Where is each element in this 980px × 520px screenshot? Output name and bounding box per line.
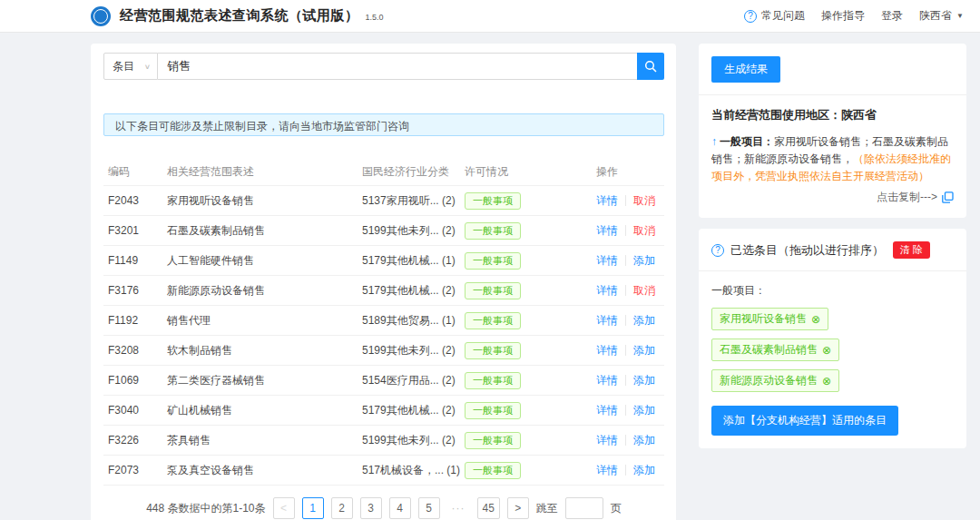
add-branch-items-button[interactable]: 添加【分支机构经营】适用的条目 (711, 406, 898, 436)
row-desc: 销售代理 (167, 313, 362, 329)
app-title: 经营范围规范表述查询系统（试用版） (120, 7, 359, 25)
row-action-link[interactable]: 取消 (633, 193, 655, 209)
action-divider (625, 435, 626, 446)
detail-link[interactable]: 详情 (596, 433, 618, 448)
row-industry: 5179其他机械... (2) (362, 403, 465, 418)
detail-link[interactable]: 详情 (596, 253, 618, 269)
clear-button[interactable]: 清 除 (893, 241, 930, 259)
detail-link[interactable]: 详情 (596, 463, 618, 478)
page-button-4[interactable]: 4 (389, 497, 411, 519)
next-page-button[interactable]: > (507, 497, 529, 519)
tag-close-icon[interactable]: ⊗ (822, 376, 831, 387)
search-button[interactable] (637, 53, 664, 80)
detail-link[interactable]: 详情 (596, 343, 618, 358)
page-button-2[interactable]: 2 (331, 497, 353, 519)
row-license: 一般事项 (465, 192, 596, 210)
row-code: F2043 (103, 194, 167, 207)
nav-faq[interactable]: ? 常见问题 (744, 8, 805, 24)
table-row: F2043 家用视听设备销售 5137家用视听... (2) 一般事项 详情 取… (103, 186, 664, 216)
results-table: 编码 相关经营范围表述 国民经济行业分类 许可情况 操作 F2043 家用视听设… (103, 159, 664, 486)
row-action-link[interactable]: 添加 (633, 343, 655, 358)
region-dropdown[interactable]: 陕西省 ▼ (919, 8, 964, 24)
page-button-3[interactable]: 3 (360, 497, 382, 519)
selected-tags: 家用视听设备销售 ⊗ 石墨及碳素制品销售 ⊗ 新能源原动设备销售 ⊗ (711, 308, 954, 392)
table-row: F3040 矿山机械销售 5179其他机械... (2) 一般事项 详情 添加 (103, 396, 664, 426)
copy-icon[interactable] (942, 191, 954, 203)
up-arrow-icon: ↑ (711, 135, 717, 148)
row-license: 一般事项 (465, 222, 596, 240)
row-desc: 软木制品销售 (167, 343, 362, 358)
col-header-action: 操作 (596, 164, 664, 180)
search-category-select[interactable]: 条目 ∨ (103, 53, 158, 80)
search-icon (644, 60, 657, 73)
row-action-link[interactable]: 添加 (633, 253, 655, 269)
row-code: F1149 (103, 254, 167, 267)
row-desc: 矿山机械销售 (167, 403, 362, 418)
row-action-link[interactable]: 添加 (633, 463, 655, 478)
page-button-1[interactable]: 1 (302, 497, 324, 519)
app-header: 经营范围规范表述查询系统（试用版） 1.5.0 ? 常见问题 操作指导 登录 陕… (0, 0, 980, 33)
row-code: F1192 (103, 314, 167, 327)
license-badge: 一般事项 (465, 402, 521, 419)
action-divider (625, 405, 626, 416)
table-row: F3226 茶具销售 5199其他未列... (2) 一般事项 详情 添加 (103, 426, 664, 456)
detail-link[interactable]: 详情 (596, 403, 618, 418)
nav-login[interactable]: 登录 (881, 8, 903, 24)
general-label: 一般项目： (720, 135, 774, 148)
copy-row: 点击复制---> (711, 190, 954, 205)
row-action-link[interactable]: 添加 (633, 313, 655, 329)
result-text: ↑一般项目：家用视听设备销售；石墨及碳素制品销售；新能源原动设备销售，（除依法须… (711, 133, 954, 185)
row-action-link[interactable]: 取消 (633, 283, 655, 299)
question-circle-icon: ? (711, 244, 724, 257)
row-action-link[interactable]: 添加 (633, 433, 655, 448)
results-card: 条目 ∨ 以下条目可能涉及禁止限制目录，请向当地市场监管部门咨询 编码 相关经营… (91, 44, 676, 520)
tag-close-icon[interactable]: ⊗ (811, 314, 820, 325)
page-button-5[interactable]: 5 (418, 497, 440, 519)
row-action-link[interactable]: 添加 (633, 373, 655, 388)
row-code: F3201 (103, 224, 167, 237)
license-badge: 一般事项 (465, 222, 521, 240)
detail-link[interactable]: 详情 (596, 223, 618, 239)
license-badge: 一般事项 (465, 432, 521, 449)
license-badge: 一般事项 (465, 372, 521, 389)
row-industry: 5199其他未列... (2) (362, 223, 465, 239)
selected-item-tag[interactable]: 新能源原动设备销售 ⊗ (711, 369, 839, 392)
row-desc: 人工智能硬件销售 (167, 253, 362, 269)
tag-close-icon[interactable]: ⊗ (822, 345, 831, 356)
row-industry: 517机械设备，... (1) (362, 463, 465, 478)
jump-page-input[interactable] (565, 497, 603, 519)
page-unit-label: 页 (611, 501, 622, 516)
search-input[interactable] (158, 53, 637, 80)
row-code: F3176 (103, 284, 167, 297)
nav-guide-label: 操作指导 (821, 8, 865, 24)
col-header-desc: 相关经营范围表述 (167, 164, 362, 180)
row-actions: 详情 添加 (596, 463, 664, 478)
pagination: 448 条数据中的第1-10条 < 12345···45 > 跳至 页 (103, 497, 664, 519)
row-desc: 石墨及碳素制品销售 (167, 223, 362, 239)
license-badge: 一般事项 (465, 342, 521, 359)
row-action-link[interactable]: 添加 (633, 403, 655, 418)
row-license: 一般事项 (465, 342, 596, 359)
right-sidebar: 生成结果 当前经营范围使用地区：陕西省 ↑一般项目：家用视听设备销售；石墨及碳素… (699, 44, 966, 448)
selected-item-tag[interactable]: 家用视听设备销售 ⊗ (711, 308, 828, 330)
page-button-45[interactable]: 45 (477, 497, 500, 519)
row-code: F2073 (103, 464, 167, 476)
nav-guide[interactable]: 操作指导 (821, 8, 865, 24)
page-content: 条目 ∨ 以下条目可能涉及禁止限制目录，请向当地市场监管部门咨询 编码 相关经营… (0, 33, 980, 520)
page-ellipsis[interactable]: ··· (447, 497, 470, 519)
generate-result-button[interactable]: 生成结果 (711, 56, 780, 83)
detail-link[interactable]: 详情 (596, 373, 618, 388)
divider (699, 270, 966, 271)
table-row: F3208 软木制品销售 5199其他未列... (2) 一般事项 详情 添加 (103, 336, 664, 366)
selected-item-tag[interactable]: 石墨及碳素制品销售 ⊗ (711, 338, 839, 361)
detail-link[interactable]: 详情 (596, 313, 618, 329)
row-actions: 详情 添加 (596, 253, 664, 269)
col-header-industry: 国民经济行业分类 (362, 164, 465, 180)
detail-link[interactable]: 详情 (596, 193, 618, 209)
detail-link[interactable]: 详情 (596, 283, 618, 299)
col-header-code: 编码 (103, 164, 167, 180)
row-action-link[interactable]: 取消 (633, 223, 655, 239)
caret-down-icon: ▼ (956, 12, 964, 20)
prev-page-button[interactable]: < (273, 497, 295, 519)
row-actions: 详情 取消 (596, 283, 664, 299)
